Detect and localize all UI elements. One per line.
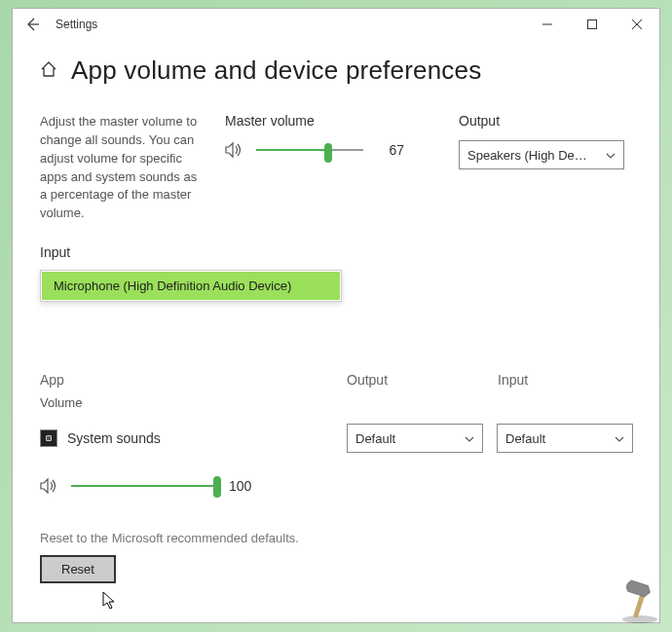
close-button[interactable]: [615, 9, 659, 40]
minimize-button[interactable]: [525, 9, 570, 40]
master-volume-section: Master volume 67: [225, 113, 420, 223]
output-selected: Speakers (High De…: [467, 148, 587, 163]
chevron-down-icon: [615, 433, 624, 444]
window-title: Settings: [52, 18, 525, 31]
app-volume-value: 100: [229, 478, 258, 494]
master-volume-slider[interactable]: [256, 140, 363, 160]
chevron-down-icon: [465, 433, 474, 444]
description-text: Adjust the master volume to change all s…: [40, 113, 205, 223]
titlebar: Settings: [13, 9, 659, 40]
app-input-selected: Default: [505, 431, 545, 446]
header-row: App volume and device preferences: [40, 56, 632, 86]
app-output-dropdown[interactable]: Default: [347, 424, 483, 453]
app-name: System sounds: [67, 430, 161, 446]
input-selected: Microphone (High Definition Audio Device…: [42, 272, 340, 300]
svg-rect-1: [588, 20, 597, 29]
app-slider-row: 100: [40, 476, 632, 496]
output-label: Output: [459, 113, 624, 129]
speaker-icon: [225, 141, 244, 159]
app-volume-slider[interactable]: [71, 476, 217, 496]
input-label: Input: [40, 244, 632, 260]
app-header-row: App Output Input: [40, 372, 632, 388]
reset-section: Reset to the Microsoft recommended defau…: [40, 531, 632, 583]
settings-window: Settings App volume and device preferenc…: [12, 8, 660, 623]
output-dropdown[interactable]: Speakers (High De…: [459, 140, 624, 169]
top-grid: Adjust the master volume to change all s…: [40, 113, 632, 223]
input-section: Input Microphone (High Definition Audio …: [40, 244, 632, 302]
app-input-dropdown[interactable]: Default: [497, 424, 633, 453]
output-section: Output Speakers (High De…: [459, 113, 624, 223]
master-slider-row: 67: [225, 140, 420, 160]
app-row: System sounds Default Default: [40, 424, 632, 453]
input-column-header: Input: [498, 372, 528, 388]
master-volume-value: 67: [375, 142, 404, 158]
maximize-button[interactable]: [570, 9, 615, 40]
window-controls: [525, 9, 659, 40]
chevron-down-icon: [606, 150, 616, 161]
app-section: App Output Input Volume System sounds De…: [40, 372, 632, 496]
app-output-selected: Default: [355, 431, 395, 446]
reset-button[interactable]: Reset: [40, 555, 116, 583]
content-area: App volume and device preferences Adjust…: [13, 40, 659, 622]
speaker-icon: [40, 477, 59, 495]
system-sounds-icon: [40, 429, 57, 447]
app-name-cell: System sounds: [40, 429, 347, 447]
volume-column-header: Volume: [40, 395, 632, 410]
back-button[interactable]: [13, 9, 52, 40]
home-icon[interactable]: [40, 60, 57, 82]
page-title: App volume and device preferences: [71, 56, 481, 86]
master-volume-label: Master volume: [225, 113, 420, 129]
reset-description: Reset to the Microsoft recommended defau…: [40, 531, 632, 545]
output-column-header: Output: [347, 372, 498, 388]
app-column-header: App: [40, 372, 347, 388]
input-dropdown[interactable]: Microphone (High Definition Audio Device…: [40, 270, 342, 302]
